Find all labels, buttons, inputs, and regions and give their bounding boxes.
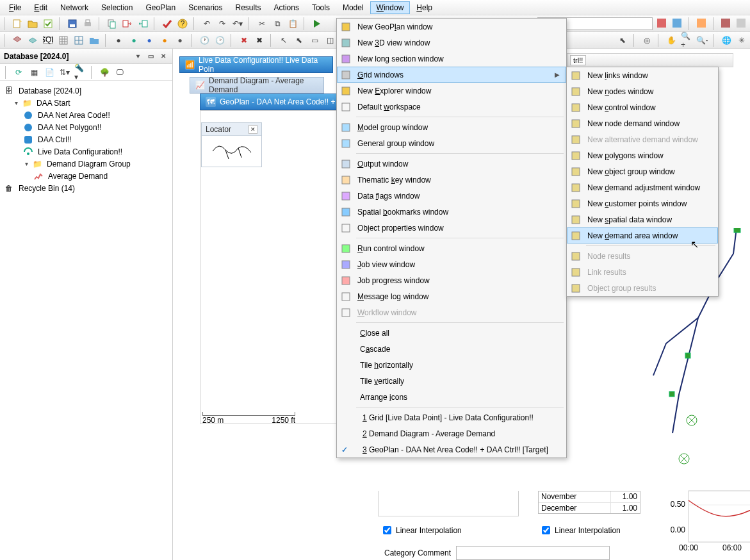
linear-interp-1[interactable]: [383, 526, 391, 534]
window-demand-title[interactable]: 📈 Demand Diagram - Average Demand: [190, 77, 324, 94]
menu-results[interactable]: Results: [229, 1, 268, 14]
submenu-item[interactable]: New object group window: [567, 163, 718, 179]
menu-item[interactable]: Object properties window: [337, 220, 566, 236]
menu-item[interactable]: Spatial bookmarks window: [337, 204, 566, 220]
tb-import-left-icon[interactable]: [137, 18, 149, 29]
tb2-pan-icon[interactable]: ✋: [665, 35, 677, 46]
submenu-item[interactable]: New links window: [567, 67, 718, 83]
tb2-clock1-icon[interactable]: 🕐: [199, 35, 210, 46]
locator-close-btn[interactable]: ✕: [249, 125, 257, 134]
tree-item-avgdemand[interactable]: Average Demand: [1, 170, 171, 182]
dbtb-refresh-icon[interactable]: ⟳: [13, 67, 24, 78]
tb2-r-sel-icon[interactable]: ⬉: [617, 35, 628, 46]
menu-edit[interactable]: Edit: [28, 1, 54, 14]
tb-sc-a-icon[interactable]: [656, 18, 668, 29]
tb-copy-icon[interactable]: [106, 18, 118, 29]
menu-item[interactable]: Run control window: [337, 240, 566, 256]
menu-item[interactable]: Cascade: [337, 341, 566, 357]
db-close-btn[interactable]: ✕: [158, 51, 168, 62]
tb2-layers-icon[interactable]: [12, 35, 23, 46]
menu-item[interactable]: Thematic key window: [337, 172, 566, 188]
submenu-item[interactable]: New control window: [567, 99, 718, 115]
locator-window[interactable]: Locator ✕: [201, 122, 262, 167]
tb2-delete-icon[interactable]: ✖: [238, 35, 250, 46]
tb-run-icon[interactable]: [311, 18, 323, 29]
tb-paste-icon[interactable]: 📋: [287, 18, 298, 29]
menu-item[interactable]: Grid windows▶: [337, 67, 566, 83]
dbtb-new-icon[interactable]: 📄: [44, 67, 55, 78]
tb2-r-target-icon[interactable]: ◎: [641, 35, 653, 46]
tree-group[interactable]: ▾ 📁 DAA Start: [1, 97, 171, 109]
dbtb-screen-icon[interactable]: 🖵: [114, 67, 126, 78]
menu-item[interactable]: ✓3 GeoPlan - DAA Net Area Code!! + DAA C…: [337, 441, 566, 457]
tb2-dot-b[interactable]: ●: [143, 35, 155, 46]
tb-save-icon[interactable]: [67, 18, 78, 29]
submenu-item[interactable]: New polygons window: [567, 147, 718, 163]
category-comment-input[interactable]: [456, 546, 610, 560]
menu-item[interactable]: Output window: [337, 156, 566, 172]
menu-item[interactable]: Tile vertically: [337, 373, 566, 389]
menu-network[interactable]: Network: [54, 1, 95, 14]
submenu-item[interactable]: New customer points window: [567, 195, 718, 211]
tb2-sql-icon[interactable]: SQL: [42, 35, 54, 46]
submenu-item[interactable]: New spatial data window: [567, 211, 718, 227]
tb2-globe-icon[interactable]: 🌐: [721, 35, 732, 46]
menu-item[interactable]: Default workspace: [337, 99, 566, 115]
dbtb-grid-icon[interactable]: ▦: [28, 67, 40, 78]
menu-item[interactable]: Close all: [337, 325, 566, 341]
menu-tools[interactable]: Tools: [306, 1, 336, 14]
tree-subgroup[interactable]: ▾📁Demand Diagram Group: [1, 158, 171, 170]
menu-actions[interactable]: Actions: [268, 1, 306, 14]
tree-root[interactable]: 🗄 Database [2024.0]: [1, 85, 171, 97]
tb-validate-icon[interactable]: [161, 18, 173, 29]
tree-item-livedata[interactable]: Live Data Configuration!!: [1, 145, 171, 158]
menu-scenarios[interactable]: Scenarios: [182, 1, 229, 14]
tb-print-icon[interactable]: [82, 18, 94, 29]
tb-cut-icon[interactable]: ✂: [256, 18, 268, 29]
menu-item[interactable]: 1 Grid [Live Data Point] - Live Data Con…: [337, 409, 566, 425]
menu-item[interactable]: New Explorer window: [337, 83, 566, 99]
menu-item[interactable]: New 3D view window: [337, 35, 566, 51]
tb-sc-e-icon[interactable]: [736, 18, 747, 29]
tb-help-icon[interactable]: ?: [177, 18, 188, 29]
menu-item[interactable]: Model group window: [337, 119, 566, 135]
tb-sc-b-icon[interactable]: [672, 18, 683, 29]
tb2-sel2-icon[interactable]: ◫: [324, 35, 336, 46]
submenu-item[interactable]: New node demand window: [567, 115, 718, 131]
menu-item[interactable]: Tile horizontally: [337, 357, 566, 373]
tb2-grid-icon[interactable]: [58, 35, 69, 46]
tb2-globe2-icon[interactable]: ✳: [736, 35, 747, 46]
db-dropdown-btn[interactable]: ▾: [133, 51, 143, 62]
tb-sc-d-icon[interactable]: [721, 18, 732, 29]
tb2-sel1-icon[interactable]: ▭: [309, 35, 320, 46]
tb2-delete2-icon[interactable]: ✖: [254, 35, 265, 46]
menu-model[interactable]: Model: [336, 1, 370, 14]
submenu-item[interactable]: New demand adjustment window: [567, 179, 718, 195]
menu-item[interactable]: New long section window: [337, 51, 566, 67]
tb2-pointer-icon[interactable]: ↖: [278, 35, 289, 46]
menu-item[interactable]: General group window: [337, 135, 566, 151]
menu-window[interactable]: Window: [370, 1, 411, 14]
tb-redo-icon[interactable]: ↷: [216, 18, 228, 29]
tb-commit-icon[interactable]: [42, 18, 54, 29]
tree-item-net-polygon[interactable]: DAA Net Polygon!!: [1, 121, 171, 133]
menu-help[interactable]: Help: [410, 1, 439, 14]
tb-copy2-icon[interactable]: ⧉: [272, 18, 283, 29]
menu-item[interactable]: 2 Demand Diagram - Average Demand: [337, 425, 566, 441]
tree-recycle-bin[interactable]: 🗑Recycle Bin (14): [1, 182, 171, 194]
tb2-dot-r[interactable]: ●: [113, 35, 124, 46]
tb-sc-c-icon[interactable]: [696, 18, 708, 29]
tree-item-net-area[interactable]: DAA Net Area Code!!: [1, 109, 171, 121]
window-livedata-title[interactable]: 📶 Live Data Configuration!! Live Data Po…: [179, 56, 333, 73]
tb-undo-dd-icon[interactable]: ↶▾: [232, 18, 243, 29]
menu-selection[interactable]: Selection: [95, 1, 139, 14]
tb-new-icon[interactable]: [12, 18, 23, 29]
menu-item[interactable]: Data flags window: [337, 188, 566, 204]
menu-item[interactable]: Job progress window: [337, 272, 566, 288]
tb2-dot-g[interactable]: ●: [128, 35, 140, 46]
tb2-folder-icon[interactable]: [88, 35, 100, 46]
submenu-item[interactable]: New nodes window: [567, 83, 718, 99]
tb2-clock2-icon[interactable]: 🕑: [214, 35, 225, 46]
menu-item[interactable]: New GeoPlan window: [337, 19, 566, 35]
menu-item[interactable]: Arrange icons: [337, 389, 566, 405]
